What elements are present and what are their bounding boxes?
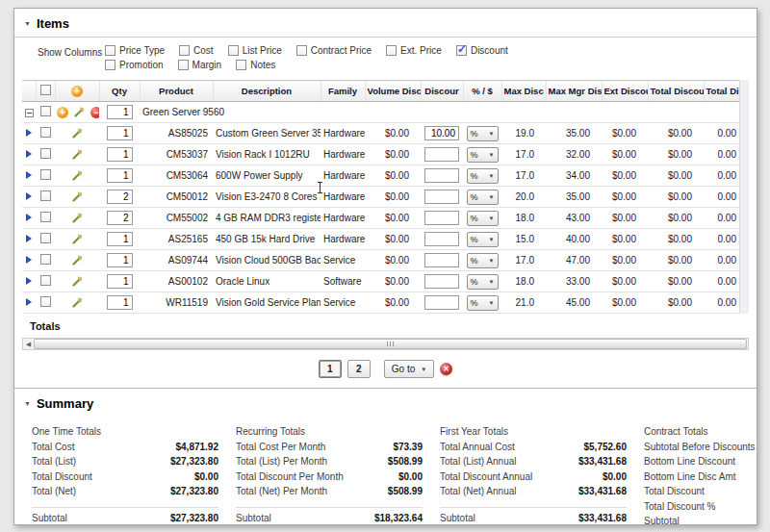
column-toggle[interactable]: Discount: [456, 45, 508, 56]
qty-input[interactable]: [107, 274, 133, 289]
collapse-group-icon[interactable]: [25, 109, 34, 117]
column-toggle[interactable]: List Price: [228, 45, 282, 56]
discount-input[interactable]: [424, 168, 459, 183]
discount-input[interactable]: [424, 274, 459, 289]
checkbox-icon[interactable]: [105, 45, 116, 56]
add-item-icon[interactable]: [57, 107, 68, 118]
percent-dollar-select[interactable]: % ▼: [467, 253, 499, 268]
checkbox-icon[interactable]: [179, 45, 190, 56]
expand-row-icon[interactable]: [26, 171, 32, 179]
percent-dollar-select[interactable]: % ▼: [467, 295, 499, 311]
expand-row-icon[interactable]: [26, 277, 32, 285]
column-toggle[interactable]: Margin: [178, 60, 222, 70]
pagination: 1 2 Go to ▼: [14, 360, 757, 378]
expand-row-icon[interactable]: [26, 214, 32, 221]
qty-input[interactable]: [107, 295, 133, 310]
product-family: Hardware: [321, 229, 365, 250]
configure-icon[interactable]: [71, 275, 84, 288]
volume-discount-value: $0.00: [365, 229, 421, 250]
checkbox-icon[interactable]: [236, 60, 246, 70]
percent-dollar-select[interactable]: % ▼: [467, 126, 499, 141]
expand-row-icon[interactable]: [26, 298, 32, 306]
row-checkbox[interactable]: [40, 169, 51, 180]
discount-input[interactable]: [424, 253, 459, 267]
column-toggle[interactable]: Notes: [236, 60, 275, 70]
configure-icon[interactable]: [73, 106, 86, 118]
percent-dollar-select[interactable]: % ▼: [467, 190, 499, 205]
qty-input[interactable]: [107, 190, 133, 204]
expand-row-icon[interactable]: [26, 256, 32, 264]
expand-row-icon[interactable]: [26, 150, 32, 158]
max-mgr-disc-value: 35.00: [546, 187, 602, 208]
goto-page-dropdown[interactable]: Go to ▼: [384, 360, 434, 378]
qty-input[interactable]: [107, 253, 133, 267]
row-checkbox[interactable]: [40, 212, 51, 222]
discount-input[interactable]: [424, 147, 459, 162]
column-toggle[interactable]: Promotion: [105, 60, 164, 70]
discount-input[interactable]: [424, 190, 459, 204]
scrollbar-thumb[interactable]: [34, 339, 747, 349]
checkbox-icon[interactable]: [386, 45, 397, 56]
row-checkbox[interactable]: [40, 190, 51, 201]
qty-input[interactable]: [107, 147, 133, 162]
expand-row-icon[interactable]: [26, 129, 32, 137]
column-toggle[interactable]: Ext. Price: [386, 45, 442, 56]
expand-row-icon[interactable]: [26, 235, 32, 242]
configure-icon[interactable]: [71, 169, 84, 182]
percent-dollar-select[interactable]: % ▼: [467, 168, 499, 184]
checkbox-icon[interactable]: [228, 45, 239, 56]
total-discounts-value: $0.00: [648, 250, 704, 271]
discount-input[interactable]: [424, 211, 459, 225]
percent-dollar-select[interactable]: % ▼: [467, 274, 499, 290]
qty-input[interactable]: [107, 126, 133, 140]
qty-input[interactable]: [107, 105, 133, 119]
scroll-left-icon[interactable]: ◀: [23, 341, 34, 348]
row-checkbox[interactable]: [40, 148, 51, 159]
volume-discount-value: $0.00: [365, 250, 421, 271]
configure-icon[interactable]: [71, 148, 84, 161]
checkbox-icon[interactable]: [178, 60, 189, 70]
collapse-items-icon[interactable]: ▼: [24, 20, 31, 27]
checkbox-icon[interactable]: [105, 60, 116, 70]
qty-input[interactable]: [107, 211, 133, 225]
configure-icon[interactable]: [71, 296, 84, 309]
max-disc-value: 17.0: [501, 144, 546, 165]
close-pagination-icon[interactable]: [440, 363, 452, 375]
percent-dollar-select[interactable]: % ▼: [467, 147, 499, 163]
item-row: CM53064 600W Power Supply Hardware $0.00…: [22, 165, 748, 187]
column-toggle[interactable]: Price Type: [105, 45, 165, 56]
configure-icon[interactable]: [71, 254, 84, 266]
qty-input[interactable]: [107, 232, 133, 246]
row-checkbox[interactable]: [40, 296, 51, 307]
add-item-icon[interactable]: [71, 86, 83, 97]
remove-item-icon[interactable]: [90, 107, 99, 118]
select-all-checkbox[interactable]: [40, 85, 51, 95]
qty-input[interactable]: [107, 168, 133, 183]
configure-icon[interactable]: [71, 233, 84, 245]
discount-input[interactable]: [424, 126, 459, 140]
collapse-summary-icon[interactable]: ▼: [24, 400, 31, 407]
row-checkbox[interactable]: [40, 127, 51, 138]
checkbox-icon[interactable]: [456, 45, 467, 56]
discount-input[interactable]: [424, 295, 459, 310]
summary-row: Total Cost $4,871.92: [32, 440, 218, 455]
header-ext-discount: Ext Discount: [602, 81, 648, 102]
row-checkbox[interactable]: [40, 233, 51, 243]
checkbox-icon[interactable]: [296, 45, 307, 56]
max-disc-value: 18.0: [501, 271, 546, 292]
column-toggle[interactable]: Cost: [179, 45, 214, 56]
configure-icon[interactable]: [71, 190, 84, 203]
page-2-button[interactable]: 2: [347, 360, 371, 378]
configure-icon[interactable]: [71, 127, 84, 139]
column-toggle[interactable]: Contract Price: [296, 45, 372, 56]
page-1-button[interactable]: 1: [319, 360, 342, 378]
configure-icon[interactable]: [71, 212, 84, 224]
percent-dollar-select[interactable]: % ▼: [467, 211, 499, 226]
discount-input[interactable]: [424, 232, 459, 246]
summary-row-label: Total (Net): [32, 486, 76, 496]
percent-dollar-select[interactable]: % ▼: [467, 232, 499, 247]
row-checkbox[interactable]: [40, 254, 51, 265]
expand-row-icon[interactable]: [26, 192, 32, 200]
row-checkbox[interactable]: [40, 275, 51, 286]
row-checkbox[interactable]: [40, 106, 51, 116]
